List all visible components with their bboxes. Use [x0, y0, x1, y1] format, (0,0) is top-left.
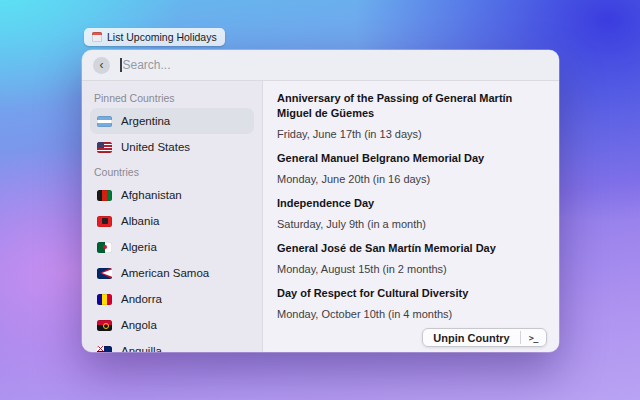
- country-label: Afghanistan: [121, 189, 182, 201]
- launcher-badge-label: List Upcoming Holidays: [107, 31, 217, 43]
- holiday-title: Independence Day: [277, 196, 539, 211]
- sidebar-item-albania[interactable]: Albania: [90, 208, 254, 234]
- holiday-entry: General Manuel Belgrano Memorial Day Mon…: [277, 151, 545, 186]
- calendar-icon: [92, 32, 102, 42]
- country-label: Argentina: [121, 115, 170, 127]
- country-label: Anguilla: [121, 345, 162, 352]
- albania-flag-icon: [97, 216, 112, 227]
- action-bar: Unpin Country >_: [422, 328, 547, 347]
- sidebar-section-title: Countries: [94, 166, 250, 178]
- holiday-date: Monday, October 10th (in 4 months): [277, 308, 545, 321]
- holiday-detail-panel: Anniversary of the Passing of General Ma…: [263, 81, 559, 352]
- country-label: Albania: [121, 215, 159, 227]
- anguilla-flag-icon: [97, 346, 112, 353]
- sidebar-country-list: Pinned Countries Argentina United States…: [82, 81, 263, 352]
- search-input[interactable]: [123, 58, 549, 72]
- window-content: Pinned Countries Argentina United States…: [82, 81, 559, 352]
- holiday-date: Monday, August 15th (in 2 months): [277, 263, 545, 276]
- unpin-country-button[interactable]: Unpin Country: [423, 329, 519, 346]
- terminal-prompt-icon[interactable]: >_: [521, 329, 546, 346]
- united-states-flag-icon: [97, 142, 112, 153]
- holiday-entry: Independence Day Saturday, July 9th (in …: [277, 196, 545, 231]
- country-label: Andorra: [121, 293, 162, 305]
- andorra-flag-icon: [97, 294, 112, 305]
- text-cursor: [120, 58, 122, 72]
- back-button[interactable]: ‹: [93, 57, 110, 74]
- sidebar-item-american-samoa[interactable]: American Samoa: [90, 260, 254, 286]
- holiday-entry: Anniversary of the Passing of General Ma…: [277, 91, 545, 141]
- country-label: Algeria: [121, 241, 157, 253]
- afghanistan-flag-icon: [97, 190, 112, 201]
- search-bar: ‹: [82, 50, 559, 81]
- holidays-window: ‹ Pinned Countries Argentina United Stat…: [82, 50, 559, 352]
- argentina-flag-icon: [97, 116, 112, 127]
- american-samoa-flag-icon: [97, 268, 112, 279]
- country-label: United States: [121, 141, 190, 153]
- holiday-date: Friday, June 17th (in 13 days): [277, 128, 545, 141]
- sidebar-item-algeria[interactable]: Algeria: [90, 234, 254, 260]
- sidebar-item-argentina[interactable]: Argentina: [90, 108, 254, 134]
- holiday-title: Anniversary of the Passing of General Ma…: [277, 91, 539, 121]
- sidebar-item-angola[interactable]: Angola: [90, 312, 254, 338]
- holiday-entry: General José de San Martín Memorial Day …: [277, 241, 545, 276]
- chevron-left-icon: ‹: [100, 59, 104, 71]
- holiday-entry: Day of Respect for Cultural Diversity Mo…: [277, 286, 545, 321]
- holiday-title: General José de San Martín Memorial Day: [277, 241, 539, 256]
- country-label: Angola: [121, 319, 157, 331]
- sidebar-section-title: Pinned Countries: [94, 92, 250, 104]
- holiday-list: Anniversary of the Passing of General Ma…: [277, 91, 545, 321]
- angola-flag-icon: [97, 320, 112, 331]
- country-label: American Samoa: [121, 267, 209, 279]
- sidebar-item-united-states[interactable]: United States: [90, 134, 254, 160]
- holiday-date: Monday, June 20th (in 16 days): [277, 173, 545, 186]
- algeria-flag-icon: [97, 242, 112, 253]
- sidebar-item-andorra[interactable]: Andorra: [90, 286, 254, 312]
- sidebar-item-anguilla[interactable]: Anguilla: [90, 338, 254, 352]
- holiday-title: General Manuel Belgrano Memorial Day: [277, 151, 539, 166]
- holiday-title: Day of Respect for Cultural Diversity: [277, 286, 539, 301]
- launcher-badge[interactable]: List Upcoming Holidays: [84, 28, 225, 46]
- sidebar-item-afghanistan[interactable]: Afghanistan: [90, 182, 254, 208]
- holiday-date: Saturday, July 9th (in a month): [277, 218, 545, 231]
